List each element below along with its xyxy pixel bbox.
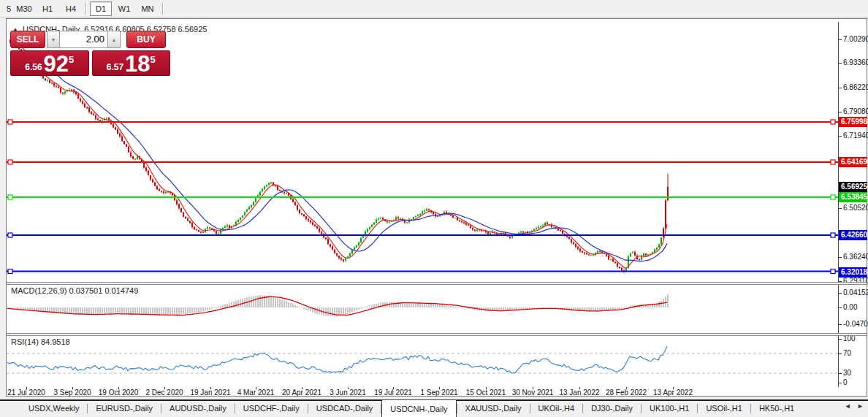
timeframe-button-mn[interactable]: MN (137, 1, 159, 16)
timeframe-toolbar: 5M30H1H4D1W1MN (0, 0, 868, 18)
sell-price-point: 5 (69, 54, 74, 65)
date-label: 1 Sep 2021 (414, 389, 465, 397)
price-line-badge: 6.42660 (839, 230, 867, 240)
price-tick (839, 112, 842, 112)
chart-tab-usdchf[interactable]: USDCHF-,Daily (235, 401, 308, 416)
price-line-badge: 6.64169 (839, 157, 867, 167)
price-tick-label: 6.36240 (843, 253, 868, 261)
price-tick (839, 88, 842, 88)
timeframe-button-w1[interactable]: W1 (113, 1, 135, 16)
indicator-tick (839, 353, 842, 354)
chart-tab-usoil[interactable]: USOil-,H1 (698, 401, 750, 416)
indicator-tick-label: 30 (843, 369, 851, 377)
one-click-trade-panel: SELL ▼ 2.00 ▲ BUY 6.56 92 5 6.57 18 5 (10, 31, 170, 76)
date-label: 28 Feb 2022 (601, 389, 652, 397)
price-tick-label: 7.00290 (843, 35, 868, 43)
price-tick-label: 6.50520 (843, 204, 868, 212)
price-scale[interactable]: 7.002906.933606.862206.790806.719406.505… (838, 22, 867, 387)
panel-splitter[interactable] (7, 282, 867, 285)
date-label: 3 Jun 2021 (322, 389, 373, 397)
chart-tab-usdx[interactable]: USDX,Weekly (20, 401, 87, 416)
price-tick-label: 6.71940 (843, 131, 868, 139)
date-label: 21 Jul 2020 (1, 389, 52, 397)
indicator-tick (839, 373, 842, 374)
chart-window: ▲ USDCNH-,Daily 6.52916 6.60805 6.52758 … (6, 18, 867, 397)
rsi-plot[interactable] (7, 336, 838, 387)
chart-tab-ukoil[interactable]: UKOil-,H4 (530, 401, 583, 416)
rsi-indicator-panel[interactable]: RSI(14) 84.9518 (7, 336, 838, 387)
toolbar-separator (162, 2, 163, 15)
indicator-tick-label: 0.00 (843, 303, 857, 311)
price-tick (839, 63, 842, 64)
macd-histogram (7, 294, 669, 317)
date-label: 4 Mar 2021 (230, 389, 281, 397)
buy-price-button[interactable]: 6.57 18 5 (92, 50, 171, 76)
date-axis[interactable]: 21 Jul 20203 Sep 202019 Oct 20202 Dec 20… (7, 387, 867, 396)
date-label: 13 Apr 2022 (647, 389, 698, 397)
buy-price-prefix: 6.57 (107, 62, 123, 72)
indicator-tick-label: 0.041528 (843, 288, 868, 297)
indicator-tick-label: 70 (843, 349, 851, 357)
chart-tab-usdcnh[interactable]: USDCNH-,Daily (381, 399, 456, 417)
timeframe-button-h1[interactable]: H1 (37, 1, 58, 16)
chart-tab-bar: USDX,WeeklyEURUSD-,DailyAUDUSD-,DailyUSD… (0, 399, 868, 417)
toolbar-separator (85, 2, 86, 15)
chart-tab-hk50[interactable]: HK50-,H1 (751, 401, 802, 416)
date-label: 19 Jan 2021 (185, 389, 236, 397)
price-line-badge: 6.75998 (839, 117, 867, 127)
tab-scroll-arrows[interactable]: ◄ ► (845, 402, 866, 410)
date-label: 19 Jul 2021 (368, 389, 419, 397)
price-tick (839, 136, 842, 137)
buy-price-pips: 18 (125, 55, 150, 74)
price-tick-label: 6.79080 (843, 107, 868, 115)
sell-button[interactable]: SELL (10, 31, 45, 48)
volume-increase-button[interactable]: ▲ (107, 31, 121, 48)
trading-terminal: 5M30H1H4D1W1MN ▲ USDCNH-,Daily 6.52916 6… (0, 0, 868, 417)
indicator-tick-label: 0 (843, 378, 848, 386)
buy-button[interactable]: BUY (126, 31, 166, 48)
chart-tab-xauusd[interactable]: XAUUSD-,Daily (457, 401, 530, 416)
timeframe-button-5[interactable]: 5 (1, 1, 12, 16)
chart-tab-eurusd[interactable]: EURUSD-,Daily (88, 401, 161, 416)
price-tick-label: 6.86220 (843, 83, 868, 91)
panel-splitter[interactable] (7, 333, 867, 336)
indicator-tick-label: -0.04707 (843, 320, 868, 328)
date-label: 2 Dec 2020 (139, 389, 190, 397)
date-label: 13 Jan 2022 (554, 389, 605, 397)
ma-slow-line (42, 59, 667, 261)
chart-tab-dj30[interactable]: DJ30-,Daily (583, 401, 641, 416)
indicator-tick (839, 324, 842, 325)
sell-price-prefix: 6.56 (25, 62, 42, 72)
main-chart-panel[interactable]: ▲ USDCNH-,Daily 6.52916 6.60805 6.52758 … (7, 22, 838, 282)
chart-tab-uk100[interactable]: UK100-,H1 (642, 401, 697, 416)
timeframe-button-d1[interactable]: D1 (90, 1, 112, 16)
date-label: 15 Oct 2021 (460, 389, 511, 397)
timeframe-button-m30[interactable]: M30 (13, 1, 35, 16)
macd-label: MACD(12,26,9) 0.037501 0.014749 (11, 286, 138, 295)
price-tick-label: 6.93360 (843, 58, 868, 66)
macd-indicator-panel[interactable]: MACD(12,26,9) 0.037501 0.014749 (7, 285, 838, 333)
date-label: 20 Apr 2021 (276, 389, 327, 397)
indicator-tick (839, 339, 842, 340)
indicator-tick (839, 307, 842, 308)
horizontal-price-lines (7, 120, 838, 274)
volume-input[interactable]: 2.00 (60, 31, 107, 48)
sell-price-button[interactable]: 6.56 92 5 (10, 50, 89, 76)
rsi-label: RSI(14) 84.9518 (11, 337, 70, 346)
timeframe-button-h4[interactable]: H4 (60, 1, 82, 16)
date-label: 3 Sep 2020 (47, 389, 98, 397)
indicator-tick (839, 293, 842, 294)
indicator-tick (839, 383, 842, 383)
date-label: 19 Oct 2020 (93, 389, 144, 397)
chart-tab-usdcad[interactable]: USDCAD-,Daily (308, 401, 381, 416)
price-tick (839, 39, 842, 40)
volume-decrease-button[interactable]: ▼ (47, 31, 60, 48)
price-line-badge: 6.32018 (839, 267, 867, 278)
price-tick (839, 257, 842, 258)
price-line-badge: 6.56925 (839, 182, 867, 192)
chart-tab-audusd[interactable]: AUDUSD-,Daily (161, 401, 235, 416)
rsi-line (7, 346, 667, 373)
sell-price-pips: 92 (44, 55, 69, 74)
price-line-badge: 6.53845 (839, 192, 867, 202)
date-label: 30 Nov 2021 (507, 389, 558, 397)
